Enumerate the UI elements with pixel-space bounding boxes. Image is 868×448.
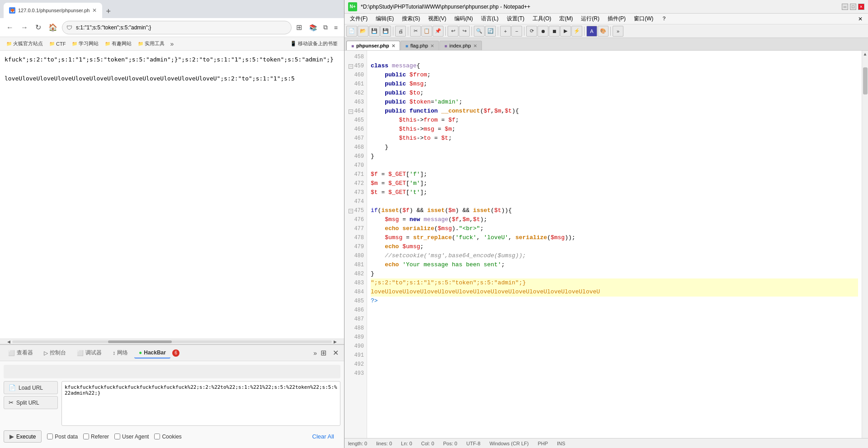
menu-file[interactable]: 文件(F) [346, 14, 371, 24]
code-line-476: $msg = new message($f,$m,$t); [371, 215, 858, 224]
execute-button[interactable]: ▶ Execute [4, 430, 42, 443]
home-button[interactable]: 🏠 [46, 21, 60, 33]
new-tab-button[interactable]: + [103, 7, 113, 16]
file-tab-close-2[interactable]: ✕ [430, 43, 434, 48]
toolbar-macro-stop[interactable]: ⏹ [549, 26, 560, 37]
toolbar-run[interactable]: ⚡ [571, 26, 582, 37]
toolbar-sync[interactable]: ⟳ [526, 26, 537, 37]
minimize-button[interactable]: ─ [842, 4, 848, 10]
clear-all-button[interactable]: Clear All [306, 431, 340, 442]
toolbar-extra[interactable]: » [613, 26, 623, 37]
bookmark-item[interactable]: 📁 火狐官方站点 [4, 39, 46, 48]
user-agent-checkbox[interactable] [114, 434, 120, 439]
scroll-up-arrow[interactable]: ▲ [862, 51, 868, 58]
back-button[interactable]: ← [4, 22, 16, 33]
split-url-button[interactable]: ✂ Split URL [4, 396, 58, 409]
vertical-scrollbar[interactable]: ▲ [862, 51, 868, 438]
toolbar-print[interactable]: 🖨 [395, 26, 406, 37]
load-url-button[interactable]: 📄 Load URL [4, 381, 58, 394]
menu-window[interactable]: 窗口(W) [630, 14, 657, 24]
code-line-460: public $from; [371, 71, 858, 80]
tab-inspector[interactable]: ⬜ 查看器 [4, 347, 38, 358]
forward-button[interactable]: → [18, 22, 31, 33]
menu-plugins[interactable]: 插件(P) [604, 14, 629, 24]
toolbar-redo[interactable]: ↪ [459, 26, 470, 37]
hackbar-url-textarea[interactable]: kfuckfuckfuckfuckfuckfuckfuckfuckfuckfuc… [61, 381, 340, 426]
menu-help[interactable]: ？ [658, 14, 670, 24]
menu-edit[interactable]: 编辑(E) [372, 14, 397, 24]
devtools-minimize-button[interactable]: ✕ [331, 349, 340, 357]
referer-checkbox[interactable] [83, 434, 89, 439]
tab-hackbar[interactable]: ● HackBar [134, 348, 170, 358]
toolbar-macro-record[interactable]: ⏺ [538, 26, 548, 37]
scroll-right-arrow[interactable]: ▶ [334, 340, 337, 344]
devtools-more-button[interactable]: » [313, 349, 317, 357]
url-input[interactable] [62, 21, 292, 34]
fold-459[interactable]: − [349, 64, 353, 69]
scrollbar-thumb[interactable] [108, 340, 172, 343]
toolbar-open[interactable]: 📂 [358, 26, 368, 37]
toolbar-zoom-out[interactable]: − [511, 26, 522, 37]
menu-macro[interactable]: 宏(M) [556, 14, 576, 24]
code-line-480: //setcookie('msg',base64_encode($umsg)); [371, 251, 858, 260]
menu-language[interactable]: 语言(L) [477, 14, 502, 24]
toolbar-undo[interactable]: ↩ [448, 26, 458, 37]
scrollbar-thumb[interactable] [863, 67, 868, 94]
bookmark-item[interactable]: 📁 学习网站 [69, 39, 101, 48]
user-agent-label: User Agent [122, 434, 149, 440]
toolbar-replace[interactable]: 🔄 [485, 26, 496, 37]
file-tab-close-3[interactable]: ✕ [473, 43, 477, 48]
file-tab-phpunser[interactable]: ■ phpunser.php ✕ [346, 41, 400, 50]
bookmark-item[interactable]: 📁 实用工具 [135, 39, 167, 48]
qr-button[interactable]: ⊞ [293, 21, 305, 33]
toolbar-save-all[interactable]: 💾 [380, 26, 391, 37]
toolbar-zoom-in[interactable]: + [500, 26, 511, 37]
toolbar-find[interactable]: 🔍 [474, 26, 485, 37]
user-agent-checkbox-group: User Agent [114, 434, 149, 440]
tab-debugger[interactable]: ⬜ 调试器 [72, 347, 106, 358]
file-tab-flag[interactable]: ■ flag.php ✕ [401, 41, 439, 50]
toolbar-copy[interactable]: 📋 [421, 26, 432, 37]
devtools-close-button[interactable]: ⊞ [319, 349, 328, 357]
editor-code-area[interactable]: class message{ public $from; public $msg… [367, 51, 862, 438]
post-data-checkbox[interactable] [47, 434, 53, 439]
menu-run[interactable]: 运行(R) [577, 14, 603, 24]
menu-search[interactable]: 搜索(S) [398, 14, 424, 24]
bookmark-item[interactable]: 📁 CTF [47, 40, 68, 47]
tab-close-button[interactable]: ✕ [92, 7, 97, 14]
close-window-button[interactable]: ✕ [858, 4, 864, 10]
menu-tools[interactable]: 工具(O) [529, 14, 555, 24]
file-tab-index[interactable]: ■ index.php ✕ [439, 41, 482, 50]
menu-encoding[interactable]: 编码(N) [451, 14, 476, 24]
more-button[interactable]: ≡ [331, 22, 340, 33]
horizontal-scrollbar[interactable]: ◀ ▶ [0, 339, 344, 344]
status-length: length: 0 [348, 441, 367, 446]
reload-button[interactable]: ↻ [33, 21, 44, 33]
bookmarks-more-button[interactable]: » [168, 39, 175, 48]
restore-button[interactable]: □ [850, 4, 856, 10]
menu-x[interactable]: ✕ [854, 15, 866, 23]
toolbar-save[interactable]: 💾 [369, 26, 380, 37]
fold-464[interactable]: − [349, 109, 353, 114]
bookmarks-button[interactable]: 📚 [307, 22, 320, 33]
status-ins: INS [557, 441, 565, 446]
toolbar-color[interactable]: A [586, 26, 597, 37]
bookmark-item[interactable]: 📁 有趣网站 [102, 39, 134, 48]
toolbar-cut[interactable]: ✂ [410, 26, 421, 37]
menu-settings[interactable]: 设置(T) [503, 14, 528, 24]
fold-475[interactable]: − [349, 209, 353, 213]
file-tab-close[interactable]: ✕ [392, 43, 395, 48]
toolbar-paste[interactable]: 📌 [433, 26, 443, 37]
tab-network[interactable]: ↕ 网络 [108, 347, 132, 358]
bookmark-mobile[interactable]: 📱 移动设备上的书签 [288, 39, 340, 48]
scroll-left-arrow[interactable]: ◀ [7, 340, 10, 344]
toolbar-new[interactable]: 📄 [346, 26, 357, 37]
cookies-checkbox[interactable] [154, 434, 160, 439]
browser-tab[interactable]: 🦊 127.0.0.1/phpunser/phpunser.ph ✕ [4, 3, 102, 18]
tab-console[interactable]: ▷ 控制台 [39, 347, 71, 358]
split-view-button[interactable]: ⧉ [321, 22, 330, 33]
toolbar-color2[interactable]: 🎨 [598, 26, 609, 37]
menu-view[interactable]: 视图(V) [425, 14, 450, 24]
scrollbar-track[interactable] [12, 340, 332, 343]
toolbar-macro-play[interactable]: ▶ [560, 26, 571, 37]
